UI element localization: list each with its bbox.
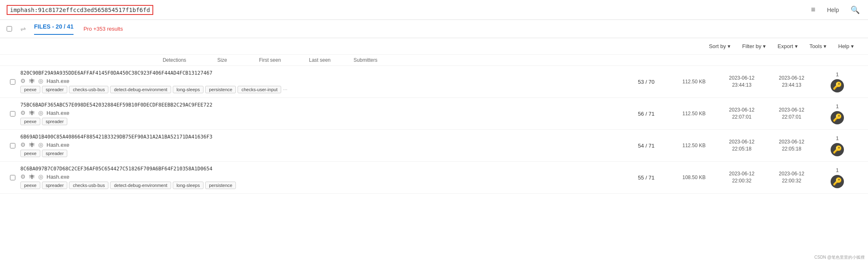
file-settings-icon: ⚙	[20, 141, 26, 148]
row-data: 53 / 70 112.50 KB 2023-06-1223:44:13 202…	[621, 71, 858, 92]
select-all-checkbox[interactable]	[7, 26, 12, 32]
cell-detections: 54 / 71	[621, 143, 671, 149]
file-info: 8C6BA097B7C07D68C2CEF36AF05C654427C51826…	[20, 166, 621, 189]
tag[interactable]: peexe	[20, 182, 40, 189]
tag[interactable]: peexe	[20, 150, 40, 157]
file-name[interactable]: Hash.exe	[47, 78, 69, 84]
avatar[interactable]: 🔑	[831, 79, 844, 92]
tag[interactable]: detect-debug-environment	[110, 182, 171, 189]
tag[interactable]: long-sleeps	[173, 86, 204, 93]
file-meta: ⚙ 🕷 ◎ Hash.exe	[20, 109, 621, 116]
row-data: 54 / 71 112.50 KB 2023-06-1222:05:18 202…	[621, 135, 858, 156]
export-button[interactable]: Export ▾	[773, 41, 802, 51]
table-row: 8C6BA097B7C07D68C2CEF36AF05C654427C51826…	[0, 162, 868, 194]
search-icon-button[interactable]: 🔍	[849, 4, 861, 16]
filter-by-button[interactable]: Filter by ▾	[738, 41, 770, 51]
file-tags: peexespreader	[20, 150, 621, 157]
row-checkbox-3[interactable]	[10, 175, 15, 180]
submitters-count: 1	[836, 103, 839, 109]
file-info: 75BC6BADF365ABC57E098DE542032884EF59B10F…	[20, 102, 621, 125]
tag[interactable]: spreader	[42, 118, 67, 125]
submitters-count: 1	[836, 167, 839, 173]
tag[interactable]: detect-debug-environment	[110, 86, 171, 93]
tag[interactable]: checks-usb-bus	[69, 86, 108, 93]
pro-badge: Pro +353 results	[83, 26, 123, 32]
tag[interactable]: peexe	[20, 118, 40, 125]
file-meta: ⚙ 🕷 ◎ Hash.exe	[20, 141, 621, 148]
cell-submitters: 1 🔑	[817, 103, 858, 124]
table-row: 820C90BF29A9A935DDE6AFFAF4145F0DA450C38C…	[0, 66, 868, 98]
cell-detections: 53 / 70	[621, 79, 671, 85]
file-tags: peexespreaderchecks-usb-busdetect-debug-…	[20, 86, 621, 93]
row-data: 56 / 71 112.50 KB 2023-06-1222:07:01 202…	[621, 103, 858, 124]
cell-submitters: 1 🔑	[817, 167, 858, 188]
cell-size: 112.50 KB	[671, 111, 717, 116]
help-button[interactable]: Help	[824, 5, 842, 15]
tab-files[interactable]: FILES - 20 / 41	[34, 23, 74, 35]
row-checkbox-2[interactable]	[10, 143, 15, 148]
col-header-first-seen: First seen	[245, 57, 295, 63]
cell-last-seen: 2023-06-1222:07:01	[767, 107, 817, 121]
file-name[interactable]: Hash.exe	[47, 110, 69, 116]
row-data: 55 / 71 108.50 KB 2023-06-1222:00:32 202…	[621, 167, 858, 188]
refresh-button[interactable]: ⇌	[19, 24, 27, 34]
tag[interactable]: long-sleeps	[173, 182, 204, 189]
header-right: ≡ Help 🔍	[809, 4, 861, 16]
tag[interactable]: peexe	[20, 86, 40, 93]
tag[interactable]: spreader	[42, 182, 67, 189]
tag[interactable]: persistence	[205, 86, 236, 93]
column-headers: Detections Size First seen Last seen Sub…	[0, 55, 868, 66]
file-meta: ⚙ 🕷 ◎ Hash.exe	[20, 78, 621, 84]
file-hash[interactable]: 820C90BF29A9A935DDE6AFFAF4145F0DA450C38C…	[20, 70, 621, 76]
col-header-submitters: Submitters	[345, 57, 386, 63]
file-behavior-icon: 🕷	[29, 141, 35, 148]
row-checkbox-1[interactable]	[10, 111, 15, 116]
tools-chevron: ▾	[824, 43, 826, 49]
tag[interactable]: checks-user-input	[238, 86, 281, 93]
avatar[interactable]: 🔑	[831, 175, 844, 188]
avatar[interactable]: 🔑	[831, 111, 844, 124]
file-type-icon: ◎	[38, 173, 43, 180]
sort-by-button[interactable]: Sort by ▾	[705, 41, 735, 51]
lines-icon-button[interactable]: ≡	[809, 4, 817, 16]
cell-submitters: 1 🔑	[817, 71, 858, 92]
tag[interactable]: persistence	[205, 182, 236, 189]
file-name[interactable]: Hash.exe	[47, 142, 69, 148]
cell-first-seen: 2023-06-1222:07:01	[717, 107, 767, 121]
cell-first-seen: 2023-06-1222:00:32	[717, 170, 767, 184]
tag[interactable]: checks-usb-bus	[69, 182, 108, 189]
tag[interactable]: spreader	[42, 86, 67, 93]
col-header-size: Size	[199, 57, 245, 63]
tools-button[interactable]: Tools ▾	[805, 41, 831, 51]
tag[interactable]: spreader	[42, 150, 67, 157]
file-list: 820C90BF29A9A935DDE6AFFAF4145F0DA450C38C…	[0, 66, 868, 194]
file-name[interactable]: Hash.exe	[47, 174, 69, 180]
col-header-detections: Detections	[150, 57, 199, 63]
cell-size: 108.50 KB	[671, 175, 717, 180]
avatar[interactable]: 🔑	[831, 143, 844, 156]
cell-submitters: 1 🔑	[817, 135, 858, 156]
file-hash[interactable]: 6B69AD1B400C85A408664F885421B3329DB75EF9…	[20, 134, 621, 140]
file-tags: peexespreader	[20, 118, 621, 125]
file-info: 6B69AD1B400C85A408664F885421B3329DB75EF9…	[20, 134, 621, 157]
file-settings-icon: ⚙	[20, 78, 26, 84]
tag-more: …	[283, 86, 287, 93]
cell-last-seen: 2023-06-1223:44:13	[767, 75, 817, 89]
file-settings-icon: ⚙	[20, 109, 26, 116]
file-info: 820C90BF29A9A935DDE6AFFAF4145F0DA450C38C…	[20, 70, 621, 93]
file-meta: ⚙ 🕷 ◎ Hash.exe	[20, 173, 621, 180]
row-checkbox-0[interactable]	[10, 79, 15, 85]
filter-by-chevron: ▾	[763, 43, 766, 49]
file-settings-icon: ⚙	[20, 173, 26, 180]
imphash-label: imphash:91c8172effccd3ed565854517f1bf6fd	[7, 5, 153, 15]
col-header-last-seen: Last seen	[295, 57, 345, 63]
help-chevron: ▾	[851, 43, 854, 49]
file-hash[interactable]: 75BC6BADF365ABC57E098DE542032884EF59B10F…	[20, 102, 621, 108]
file-behavior-icon: 🕷	[29, 109, 35, 116]
file-hash[interactable]: 8C6BA097B7C07D68C2CEF36AF05C654427C51826…	[20, 166, 621, 172]
file-behavior-icon: 🕷	[29, 173, 35, 180]
help-toolbar-button[interactable]: Help ▾	[834, 41, 858, 51]
cell-last-seen: 2023-06-1222:00:32	[767, 170, 817, 184]
header-left: imphash:91c8172effccd3ed565854517f1bf6fd	[7, 5, 153, 15]
toolbar: Sort by ▾ Filter by ▾ Export ▾ Tools ▾ H…	[0, 38, 868, 55]
